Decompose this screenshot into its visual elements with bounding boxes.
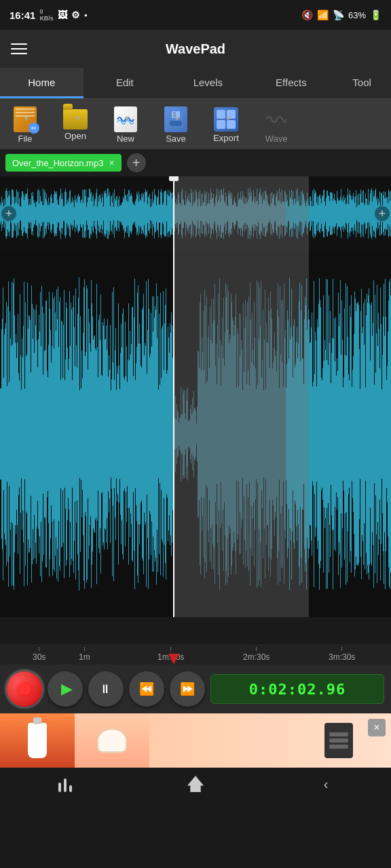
wave-icon xyxy=(265,106,288,132)
file-tab-name: Over_the_Horizon.mp3 xyxy=(12,158,103,168)
battery-text: 63% xyxy=(348,10,366,20)
forward-icon: ⏩ xyxy=(180,682,195,696)
timeline-marker-30s: 30s xyxy=(33,647,45,662)
nav-back-icon: ‹ xyxy=(318,776,334,792)
wifi-icon: 📶 xyxy=(317,9,329,20)
ad-bottle-icon xyxy=(28,723,47,758)
file-tab-close-button[interactable]: × xyxy=(109,157,114,168)
timeline-marker-2m30s: 2m:30s xyxy=(243,647,269,662)
settings-icon: ⚙ xyxy=(71,9,80,20)
battery-icon: 🔋 xyxy=(370,9,381,20)
ad-left-panel xyxy=(0,713,75,768)
toolbar: ✏ ▼ File ▼ Open ▼ New xyxy=(0,99,391,149)
new-dropdown-arrow: ▼ xyxy=(124,115,130,122)
ad-image-left xyxy=(0,713,149,768)
file-tab-area: Over_the_Horizon.mp3 × + xyxy=(0,149,391,176)
export-dropdown-arrow: ▼ xyxy=(225,115,231,122)
status-bar: 16:41 0KB/s 🖼 ⚙ ● 🔇 📶 📡 63% 🔋 xyxy=(0,0,391,30)
new-button[interactable]: ▼ New xyxy=(100,99,151,149)
waveform-main[interactable] xyxy=(0,251,391,617)
play-button[interactable]: ▶ xyxy=(48,671,83,707)
ad-banner[interactable]: × xyxy=(0,713,391,768)
open-button[interactable]: ▼ Open xyxy=(50,99,100,149)
ad-close-button[interactable]: × xyxy=(368,719,386,736)
gallery-icon: 🖼 xyxy=(58,9,67,20)
file-label: File xyxy=(18,134,33,144)
nav-back-button[interactable]: ‹ xyxy=(305,772,346,796)
wave-label: Wave xyxy=(265,134,288,144)
status-time: 16:41 xyxy=(10,9,35,21)
record-button[interactable] xyxy=(7,671,42,707)
tab-bar: Home Edit Levels Effects Tool xyxy=(0,68,391,99)
tab-tools[interactable]: Tool xyxy=(333,68,391,98)
tab-edit[interactable]: Edit xyxy=(83,68,167,98)
new-label: New xyxy=(117,134,134,144)
ad-side-icon xyxy=(324,723,353,758)
nav-menu-button[interactable] xyxy=(45,772,86,796)
dot-indicator: ● xyxy=(84,12,88,18)
pause-button[interactable]: ⏸ xyxy=(88,671,124,707)
nav-bars-icon xyxy=(58,776,72,792)
play-icon: ▶ xyxy=(61,680,73,698)
app-title: WavePad xyxy=(166,41,225,57)
app-header: WavePad xyxy=(0,30,391,68)
export-button[interactable]: ▼ Export xyxy=(201,99,251,149)
ad-right-panel xyxy=(75,713,149,768)
time-display: 0:02:02.96 xyxy=(210,674,384,704)
hamburger-button[interactable] xyxy=(11,43,27,54)
kb-indicator: 0KB/s xyxy=(39,8,54,22)
ad-jar-icon xyxy=(97,728,127,753)
ad-content xyxy=(149,713,391,768)
record-dot xyxy=(18,683,31,695)
rewind-button[interactable]: ⏪ xyxy=(129,671,164,707)
timeline-marker-1m: 1m xyxy=(79,647,90,662)
wave-button[interactable]: Wave xyxy=(251,99,301,149)
pause-icon: ⏸ xyxy=(99,682,113,696)
nav-bar: ‹ xyxy=(0,768,391,800)
file-tab[interactable]: Over_the_Horizon.mp3 × xyxy=(5,154,122,172)
save-dropdown-arrow: ▼ xyxy=(174,115,181,122)
save-label: Save xyxy=(166,134,186,144)
forward-button[interactable]: ⏩ xyxy=(170,671,205,707)
transport-bar: ▶ ⏸ ⏪ ⏩ 0:02:02.96 xyxy=(0,665,391,713)
tab-effects[interactable]: Effects xyxy=(250,68,333,98)
waveform-container[interactable]: + + xyxy=(0,176,391,644)
zoom-out-button[interactable]: + xyxy=(1,206,16,221)
export-label: Export xyxy=(213,133,239,143)
tab-levels[interactable]: Levels xyxy=(166,68,250,98)
mute-icon: 🔇 xyxy=(301,9,313,20)
nav-home-button[interactable] xyxy=(175,772,216,796)
tab-home[interactable]: Home xyxy=(0,68,83,98)
save-button[interactable]: ▼ Save xyxy=(151,99,201,149)
timeline-marker-3m30s: 3m:30s xyxy=(329,647,355,662)
open-label: Open xyxy=(64,131,86,141)
file-button[interactable]: ✏ ▼ File xyxy=(0,99,50,149)
add-tab-button[interactable]: + xyxy=(127,153,146,172)
waveform-overview[interactable]: + + xyxy=(0,176,391,251)
playhead-handle[interactable] xyxy=(169,176,179,181)
rewind-icon: ⏪ xyxy=(139,682,154,696)
open-dropdown-arrow: ▼ xyxy=(74,115,81,122)
file-dropdown-arrow: ▼ xyxy=(23,115,30,122)
zoom-in-button[interactable]: + xyxy=(375,206,390,221)
signal-icon: 📡 xyxy=(333,9,344,20)
nav-home-icon xyxy=(187,776,204,792)
timeline: 30s 1m 1m:30s 2m:30s 3m:30s xyxy=(0,644,391,665)
